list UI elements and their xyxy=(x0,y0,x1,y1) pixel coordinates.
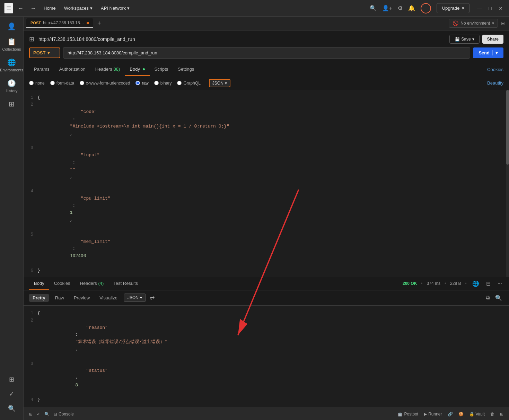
chevron-down-icon: ▾ xyxy=(90,6,93,11)
radio-raw[interactable]: raw xyxy=(135,81,148,86)
response-tab-test-results[interactable]: Test Results xyxy=(108,277,143,290)
radio-binary[interactable]: binary xyxy=(154,81,172,86)
tab-headers[interactable]: Headers 88) xyxy=(90,63,125,76)
url-input[interactable] xyxy=(63,47,470,59)
environment-selector[interactable]: 🚫 No environment ▾ xyxy=(449,19,498,28)
tab-body[interactable]: Body xyxy=(125,63,149,76)
console-button[interactable]: ⊟ Console xyxy=(54,412,74,417)
chevron-down-icon: ▾ xyxy=(127,6,130,11)
sidebar-bottom-icon-3[interactable]: 🔍 xyxy=(6,403,18,414)
no-env-icon: 🚫 xyxy=(453,20,458,26)
close-button[interactable]: ✕ xyxy=(497,4,505,12)
response-tab-headers[interactable]: Headers (4) xyxy=(75,277,109,290)
url-bar: POST ▾ Send ▾ xyxy=(29,47,503,59)
workspaces-menu[interactable]: Workspaces ▾ xyxy=(61,4,95,12)
response-format-bar: Pretty Raw Preview Visualize JSON ▾ ⇄ ⧉ … xyxy=(24,290,509,306)
response-status: 200 OK • 374 ms • 228 B • 🌐 ⊟ ··· xyxy=(403,279,503,288)
radio-urlencoded[interactable]: x-www-form-urlencoded xyxy=(80,81,130,86)
layout-icon[interactable]: ⊟ xyxy=(499,19,506,27)
scrollbar-thumb[interactable] xyxy=(506,90,509,165)
tab-params[interactable]: Params xyxy=(29,63,54,76)
layout-icon[interactable]: ⊞ xyxy=(500,412,503,417)
radio-graphql[interactable]: GraphQL xyxy=(177,81,200,86)
sidebar: 👤 📋 Collections 🌐 Environments 🕐 History… xyxy=(0,17,24,420)
request-code-editor[interactable]: 1 { 2 "code" : "#include <iostream>\n in… xyxy=(24,90,509,277)
request-area: ⊞ http://47.238.153.184:8080/compile_and… xyxy=(24,30,509,63)
chevron-down-icon: ▾ xyxy=(462,6,464,11)
notifications-icon[interactable]: 🔔 xyxy=(408,5,415,11)
layout-icon[interactable]: ⊟ xyxy=(485,279,492,288)
status-bar-search[interactable]: 🔍 xyxy=(44,412,50,417)
bottom-bar: ⊞ ✓ 🔍 ⊟ Console 🤖 Postbot ▶ xyxy=(24,408,509,420)
raw-button[interactable]: Raw xyxy=(52,294,68,302)
add-tab-button[interactable]: + xyxy=(95,18,104,28)
upgrade-button[interactable]: Upgrade ▾ xyxy=(437,3,469,13)
vault-button[interactable]: 🔒 Vault xyxy=(469,412,485,417)
chevron-down-icon: ▾ xyxy=(492,50,498,55)
beautify-button[interactable]: Beautify xyxy=(487,80,503,86)
bottom-bar-right: 🤖 Postbot ▶ Runner 🔗 🍪 🔒 Vault 🗑 ⊞ xyxy=(397,412,503,417)
save-button[interactable]: 💾 Save ▾ xyxy=(449,35,479,44)
visualize-button[interactable]: Visualize xyxy=(96,294,121,302)
sidebar-item-environments[interactable]: 🌐 Environments xyxy=(1,55,22,75)
share-button[interactable]: Share xyxy=(482,35,503,44)
preview-button[interactable]: Preview xyxy=(70,294,93,302)
topbar-icons: 🔍 👤+ ⚙ 🔔 Upgrade ▾ xyxy=(370,3,469,14)
sidebar-bottom-icon-1[interactable]: ⊞ xyxy=(7,374,16,385)
globe-icon[interactable]: 🌐 xyxy=(471,279,481,288)
pretty-button[interactable]: Pretty xyxy=(29,294,49,302)
body-options: none form-data x-www-form-urlencoded raw… xyxy=(24,76,509,90)
sidebar-item-user[interactable]: 👤 xyxy=(1,19,22,33)
radio-form-data[interactable]: form-data xyxy=(50,81,74,86)
code-line-6: 6 } xyxy=(24,267,509,274)
tab-scripts[interactable]: Scripts xyxy=(150,63,173,76)
settings-icon[interactable]: ⚙ xyxy=(398,5,403,11)
sidebar-bottom-icon-2[interactable]: ✓ xyxy=(7,388,16,400)
minimize-button[interactable]: — xyxy=(475,4,484,12)
response-json-selector[interactable]: JSON ▾ xyxy=(124,294,146,302)
menu-icon[interactable]: ☰ xyxy=(4,3,13,14)
sidebar-item-collections[interactable]: 📋 Collections xyxy=(1,35,22,54)
invite-icon[interactable]: 👤+ xyxy=(382,5,392,11)
url-table-icon: ⊞ xyxy=(29,35,34,43)
wrap-lines-button[interactable]: ⇄ xyxy=(149,293,156,303)
cookies-link[interactable]: Cookies xyxy=(487,63,503,76)
link-icon[interactable]: 🔗 xyxy=(448,412,453,417)
radio-none[interactable]: none xyxy=(29,81,45,86)
method-selector[interactable]: POST ▾ xyxy=(29,47,60,58)
forward-button[interactable]: → xyxy=(28,4,38,13)
home-link[interactable]: Home xyxy=(41,4,59,12)
more-options-icon[interactable]: ··· xyxy=(496,279,503,288)
response-code-area[interactable]: 1 { 2 "reason" : "算术错误（除零错误/浮点错误/溢出错误）" … xyxy=(24,306,509,408)
postbot-button[interactable]: 🤖 Postbot xyxy=(397,412,418,417)
search-response-button[interactable]: 🔍 xyxy=(494,293,503,303)
copy-response-button[interactable]: ⧉ xyxy=(484,293,491,303)
search-icon[interactable]: 🔍 xyxy=(370,5,377,11)
runner-button[interactable]: ▶ Runner xyxy=(424,412,442,417)
sidebar-item-new[interactable]: ⊞ xyxy=(1,97,22,111)
cookie-icon[interactable]: 🍪 xyxy=(458,412,464,417)
response-tab-body[interactable]: Body xyxy=(29,277,49,290)
code-line-4: 4 "cpu_limit" : 1 , xyxy=(24,188,509,231)
new-icon: ⊞ xyxy=(9,100,15,108)
status-bar-icon-1[interactable]: ⊞ xyxy=(29,412,33,417)
maximize-button[interactable]: □ xyxy=(487,4,494,12)
scrollbar[interactable] xyxy=(506,90,509,277)
resp-line-4: 4 } xyxy=(24,396,509,404)
trash-icon[interactable]: 🗑 xyxy=(490,412,494,417)
chevron-down-icon: ▾ xyxy=(225,81,227,86)
code-line-5: 5 "mem_limit" : 102400 xyxy=(24,231,509,267)
send-button[interactable]: Send ▾ xyxy=(473,47,503,58)
tab-authorization[interactable]: Authorization xyxy=(54,63,90,76)
sidebar-item-history[interactable]: 🕐 History xyxy=(1,76,22,96)
response-tab-cookies[interactable]: Cookies xyxy=(49,277,75,290)
avatar[interactable] xyxy=(421,3,431,14)
tab-settings[interactable]: Settings xyxy=(173,63,199,76)
code-line-2: 2 "code" : "#include <iostream>\n int ma… xyxy=(24,101,509,145)
request-tab[interactable]: POST http://47.238.153.184:8 xyxy=(26,18,93,28)
json-type-selector[interactable]: JSON ▾ xyxy=(209,79,230,87)
status-bar-icon-2[interactable]: ✓ xyxy=(37,412,40,417)
body-active-dot xyxy=(143,68,145,70)
api-network-menu[interactable]: API Network ▾ xyxy=(98,4,132,12)
back-button[interactable]: ← xyxy=(16,4,26,13)
